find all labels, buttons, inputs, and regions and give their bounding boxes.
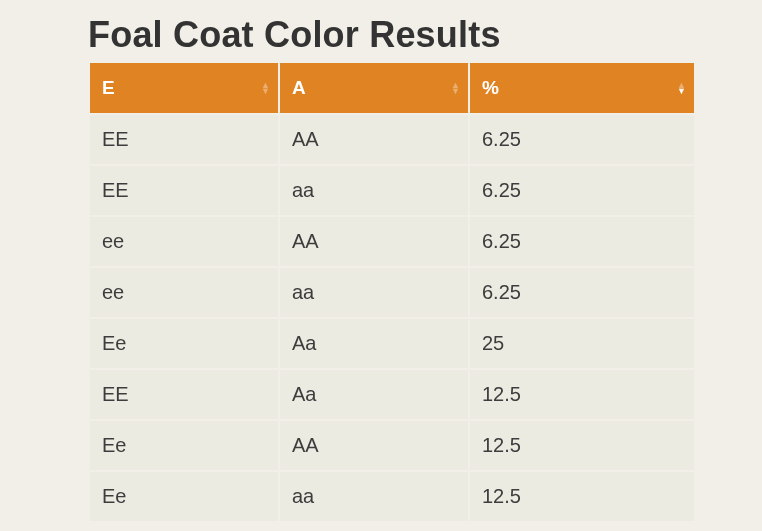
page-title: Foal Coat Color Results: [0, 0, 762, 61]
cell-a: AA: [280, 421, 468, 470]
cell-e: EE: [90, 166, 278, 215]
table-row: Ee aa 12.5: [90, 472, 694, 521]
cell-a: Aa: [280, 319, 468, 368]
cell-e: EE: [90, 115, 278, 164]
sort-icon: ▲ ▼: [677, 82, 686, 94]
cell-pct: 12.5: [470, 421, 694, 470]
table-row: Ee AA 12.5: [90, 421, 694, 470]
column-header-label: %: [482, 77, 499, 98]
table-row: ee AA 6.25: [90, 217, 694, 266]
cell-e: Ee: [90, 472, 278, 521]
column-header-label: A: [292, 77, 306, 98]
table-row: EE aa 6.25: [90, 166, 694, 215]
column-header-e[interactable]: E ▲ ▼: [90, 63, 278, 113]
cell-a: Aa: [280, 370, 468, 419]
sort-desc-icon: ▼: [261, 88, 270, 94]
results-panel: Foal Coat Color Results E ▲ ▼ A ▲ ▼: [0, 0, 762, 523]
cell-e: ee: [90, 217, 278, 266]
cell-e: ee: [90, 268, 278, 317]
cell-a: aa: [280, 472, 468, 521]
column-header-a[interactable]: A ▲ ▼: [280, 63, 468, 113]
cell-pct: 12.5: [470, 370, 694, 419]
cell-a: aa: [280, 268, 468, 317]
sort-desc-icon: ▼: [677, 88, 686, 94]
results-table: E ▲ ▼ A ▲ ▼ % ▲ ▼: [88, 61, 696, 523]
table-header: E ▲ ▼ A ▲ ▼ % ▲ ▼: [90, 63, 694, 113]
cell-a: AA: [280, 217, 468, 266]
cell-e: Ee: [90, 319, 278, 368]
sort-icon: ▲ ▼: [451, 82, 460, 94]
cell-e: EE: [90, 370, 278, 419]
cell-pct: 12.5: [470, 472, 694, 521]
cell-pct: 6.25: [470, 166, 694, 215]
sort-desc-icon: ▼: [451, 88, 460, 94]
cell-pct: 6.25: [470, 115, 694, 164]
table-header-row: E ▲ ▼ A ▲ ▼ % ▲ ▼: [90, 63, 694, 113]
table-row: Ee Aa 25: [90, 319, 694, 368]
cell-a: aa: [280, 166, 468, 215]
table-row: EE Aa 12.5: [90, 370, 694, 419]
cell-pct: 6.25: [470, 268, 694, 317]
table-body: EE AA 6.25 EE aa 6.25 ee AA 6.25 ee aa 6…: [90, 115, 694, 521]
cell-pct: 6.25: [470, 217, 694, 266]
table-row: ee aa 6.25: [90, 268, 694, 317]
column-header-pct[interactable]: % ▲ ▼: [470, 63, 694, 113]
cell-pct: 25: [470, 319, 694, 368]
cell-a: AA: [280, 115, 468, 164]
sort-icon: ▲ ▼: [261, 82, 270, 94]
column-header-label: E: [102, 77, 115, 98]
table-row: EE AA 6.25: [90, 115, 694, 164]
cell-e: Ee: [90, 421, 278, 470]
